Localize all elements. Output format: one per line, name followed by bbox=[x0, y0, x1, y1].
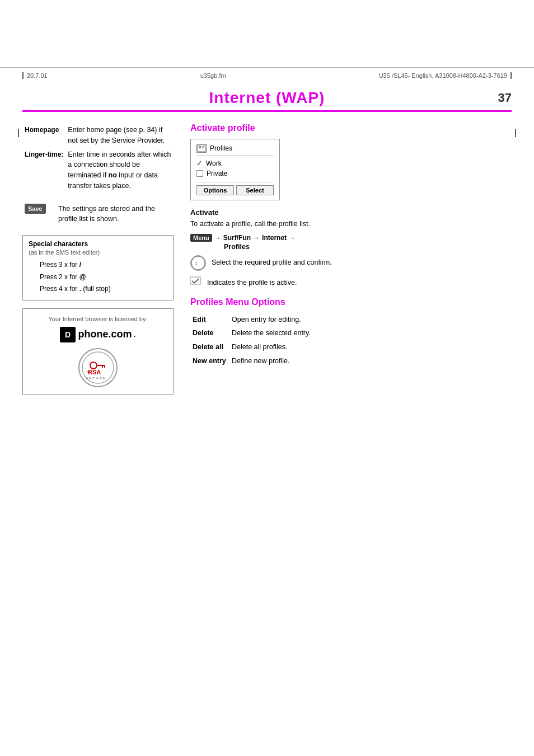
save-desc: The settings are stored and the profile … bbox=[56, 202, 174, 227]
svg-line-19 bbox=[194, 279, 199, 283]
table-row: Delete Delete the selected entry. bbox=[190, 326, 512, 340]
entry-table: Homepage Enter home page (see p. 34) if … bbox=[22, 123, 174, 193]
corner-mark-tl bbox=[18, 129, 19, 137]
phone-buttons: Options Select bbox=[196, 182, 274, 195]
phone-item-work: ✓ Work bbox=[196, 158, 274, 168]
phonecom-text: phone.com bbox=[78, 328, 132, 340]
svg-point-15 bbox=[191, 256, 205, 270]
phone-mockup: Profiles ✓ Work Private Options Select bbox=[190, 139, 280, 200]
profiles-options-table: Edit Open entry for editing. Delete Dele… bbox=[190, 313, 512, 368]
header-center: u35gb.fm bbox=[200, 72, 226, 79]
save-badge: Save bbox=[25, 204, 46, 214]
save-table: Save The settings are stored and the pro… bbox=[22, 202, 174, 227]
check-icon: ✓ bbox=[196, 159, 203, 167]
menu-badge: Menu bbox=[190, 234, 212, 242]
svg-text:™: ™ bbox=[86, 370, 91, 375]
list-item: Press 2 x for @ bbox=[40, 271, 167, 284]
profiles-label: Profiles bbox=[190, 243, 512, 251]
phonecom-dot: . bbox=[134, 331, 135, 338]
svg-point-3 bbox=[90, 362, 97, 369]
profiles-icon bbox=[196, 144, 207, 153]
menu-item-internet: Internet bbox=[262, 234, 287, 242]
profiles-menu-section: Profiles Menu Options Edit Open entry fo… bbox=[190, 297, 512, 368]
right-column: Activate profile bbox=[190, 123, 512, 395]
activate-profile-section: Activate profile bbox=[190, 123, 512, 288]
table-row: New entry Define new profile. bbox=[190, 354, 512, 368]
option-desc-delete: Delete the selected entry. bbox=[229, 326, 512, 340]
lingertime-label: Linger-time: bbox=[22, 148, 65, 193]
logo-icon: D bbox=[60, 327, 76, 342]
active-icon bbox=[190, 276, 202, 285]
svg-line-18 bbox=[192, 281, 194, 283]
phone-item-private-label: Private bbox=[207, 170, 227, 177]
header-right: U35 /SL45- English, A31008-H4800-A2-3-76… bbox=[379, 72, 512, 79]
option-label-newentry: New entry bbox=[190, 354, 229, 368]
step-text: Select the required profile and confirm. bbox=[212, 255, 332, 268]
phone-item-work-label: Work bbox=[206, 159, 222, 167]
homepage-desc: Enter home page (see p. 34) if not set b… bbox=[65, 123, 174, 148]
phonecom-logo: D phone.com. bbox=[29, 327, 167, 342]
table-row: Linger-time: Enter time in seconds after… bbox=[22, 148, 174, 193]
options-button[interactable]: Options bbox=[196, 185, 234, 195]
step-icon: ↕ bbox=[190, 255, 206, 271]
svg-rect-11 bbox=[199, 146, 201, 148]
phone-header-label: Profiles bbox=[210, 144, 232, 152]
rsa-logo: RSA ™ SECURE bbox=[29, 348, 167, 387]
special-chars-list: Press 3 x for / Press 2 x for @ Press 4 … bbox=[29, 259, 167, 295]
special-chars-subtitle: (as in the SMS text editor) bbox=[29, 249, 167, 256]
svg-text:↕: ↕ bbox=[195, 260, 198, 266]
option-desc-edit: Open entry for editing. bbox=[229, 313, 512, 327]
save-row: Save The settings are stored and the pro… bbox=[22, 202, 174, 227]
page-number: 37 bbox=[498, 91, 512, 105]
activate-profile-title: Activate profile bbox=[190, 123, 512, 133]
left-column: Homepage Enter home page (see p. 34) if … bbox=[22, 123, 174, 395]
list-item: Press 4 x for . (full stop) bbox=[40, 283, 167, 295]
page-title: Internet (WAP) bbox=[209, 89, 325, 107]
option-label-delete: Delete bbox=[190, 326, 229, 340]
option-label-deleteall: Delete all bbox=[190, 340, 229, 354]
corner-mark-tr bbox=[515, 129, 516, 137]
phone-item-private: Private bbox=[196, 168, 274, 179]
list-item: Press 3 x for / bbox=[40, 259, 167, 271]
table-row: Homepage Enter home page (see p. 34) if … bbox=[22, 123, 174, 148]
svg-text:D: D bbox=[65, 330, 71, 339]
select-button[interactable]: Select bbox=[236, 185, 274, 195]
menu-path: Menu → Surf/Fun → Internet → bbox=[190, 234, 512, 242]
page-title-area: Internet (WAP) 37 bbox=[22, 83, 512, 112]
menu-item-surffun: Surf/Fun bbox=[223, 234, 251, 242]
main-content: Homepage Enter home page (see p. 34) if … bbox=[0, 112, 534, 406]
special-chars-box: Special characters (as in the SMS text e… bbox=[22, 235, 174, 300]
radio-icon bbox=[196, 170, 203, 177]
svg-text:SECURE: SECURE bbox=[86, 377, 106, 380]
table-row: Delete all Delete all profiles. bbox=[190, 340, 512, 354]
lingertime-desc: Enter time in seconds after which a conn… bbox=[65, 148, 174, 193]
arrow-right-2: → bbox=[253, 234, 260, 242]
active-indicator-row: Indicates the profile is active. bbox=[190, 275, 512, 288]
page-container: 20.7.01 u35gb.fm U35 /SL45- English, A31… bbox=[0, 67, 534, 756]
rsa-circle: RSA ™ SECURE bbox=[78, 348, 118, 387]
header-left: 20.7.01 bbox=[22, 72, 48, 79]
arrow-right: → bbox=[214, 234, 221, 242]
step-row: ↕ Select the required profile and confir… bbox=[190, 255, 512, 271]
header-bar: 20.7.01 u35gb.fm U35 /SL45- English, A31… bbox=[0, 67, 534, 83]
license-box: Your Internet browser is licensed by: D … bbox=[22, 308, 174, 395]
activate-desc: To activate a profile, call the profile … bbox=[190, 219, 512, 229]
option-desc-deleteall: Delete all profiles. bbox=[229, 340, 512, 354]
special-chars-title: Special characters bbox=[29, 240, 167, 248]
license-text: Your Internet browser is licensed by: bbox=[29, 316, 167, 322]
activate-subtitle: Activate bbox=[190, 208, 512, 217]
arrow-right-3: → bbox=[289, 234, 296, 242]
svg-rect-17 bbox=[190, 277, 200, 284]
homepage-label: Homepage bbox=[22, 123, 65, 148]
save-badge-cell: Save bbox=[22, 202, 56, 227]
active-indicator-text: Indicates the profile is active. bbox=[207, 275, 297, 288]
table-row: Edit Open entry for editing. bbox=[190, 313, 512, 327]
option-desc-newentry: Define new profile. bbox=[229, 354, 512, 368]
phone-header: Profiles bbox=[196, 144, 274, 156]
option-label-edit: Edit bbox=[190, 313, 229, 327]
profiles-menu-title: Profiles Menu Options bbox=[190, 297, 512, 307]
